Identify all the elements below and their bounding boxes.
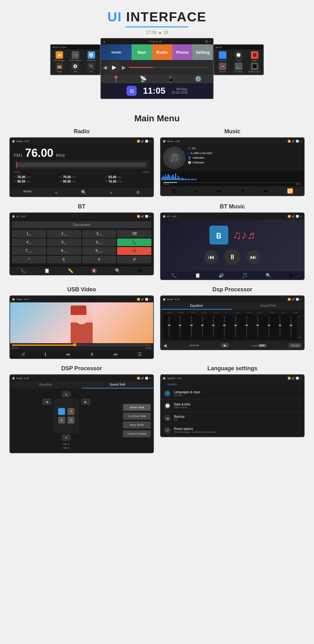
lang-item-1[interactable]: 🕐 Date & time GMT+00:00 xyxy=(161,400,304,412)
icon-dvr-selector[interactable]: 📹 DVR Selector xyxy=(68,51,83,61)
num-call-red[interactable]: 📵 xyxy=(117,247,151,255)
lang-item-2[interactable]: ☁ Backup Off xyxy=(161,412,304,424)
arrow-down-btn[interactable]: ▼ xyxy=(62,434,71,441)
icon-dvd[interactable]: 💿 DVD xyxy=(68,63,83,73)
eq-slider-4[interactable]: 0 xyxy=(213,316,214,338)
apps-icon[interactable]: ⊞ xyxy=(127,86,137,96)
video-progress-bar[interactable] xyxy=(12,344,151,346)
eq-slider-2[interactable]: 0 xyxy=(191,316,192,338)
icon-file-manager[interactable]: 📁 File Manager xyxy=(52,51,67,61)
dsp-play-btn[interactable]: ▶ xyxy=(221,343,229,348)
loud-toggle-btn[interactable]: OFF xyxy=(258,344,266,347)
music-prev-btn[interactable]: ⏮ xyxy=(217,188,222,194)
icon-navigation[interactable]: 🧭 Navigation xyxy=(84,51,99,61)
num-hash[interactable]: # xyxy=(82,256,116,263)
btmusic-vol-btn[interactable]: 🎵 xyxy=(242,273,247,278)
lang-item-0[interactable]: 🌐 Languages & input Gboard xyxy=(161,388,304,400)
video-prev-btn[interactable]: ⏮ xyxy=(66,352,70,357)
btmusic-call-btn[interactable]: 📞 xyxy=(171,273,177,278)
eq-slider-1[interactable]: 0 xyxy=(180,316,181,338)
music-repeat-btn[interactable]: 🔁 xyxy=(287,188,293,194)
lang-item-3[interactable]: ↺ Reset options Network, apps, or device… xyxy=(161,424,304,437)
tab-equalizer[interactable]: Equalizer xyxy=(161,302,232,310)
arrow-right-btn[interactable]: ▶ xyxy=(81,399,90,405)
eq-slider-0[interactable]: 0 xyxy=(169,316,170,338)
num-2[interactable]: 2ABC xyxy=(47,230,81,238)
music-next-btn[interactable]: ⏭ xyxy=(263,188,268,194)
music-list-btn[interactable]: ☰ xyxy=(171,188,176,194)
bt-settings-btn[interactable]: ⚙ xyxy=(138,268,143,273)
bt-mute-btn[interactable]: 🔇 xyxy=(91,268,97,273)
video-play-btn[interactable]: ⏸ xyxy=(90,352,94,357)
btmusic-prev-btn[interactable]: ⏮ xyxy=(204,250,218,264)
bt-contacts-btn[interactable]: 📋 xyxy=(44,268,50,273)
eq-slider-5[interactable]: 0 xyxy=(224,316,225,338)
driver-seat-btn[interactable]: Driver Seat xyxy=(123,404,151,411)
bt-edit-btn[interactable]: ✏️ xyxy=(68,268,73,273)
radio-search-btn[interactable]: 🔍 xyxy=(81,190,86,195)
tab-setting[interactable]: Setting xyxy=(192,44,213,60)
eq-slider-7[interactable]: 0 xyxy=(246,316,247,338)
seat-driver[interactable]: 🪑 xyxy=(58,408,65,415)
eq-slider-10[interactable]: 0 xyxy=(279,316,280,338)
icon-chrome[interactable]: 🌐 Chrome xyxy=(215,51,230,61)
icon-aux[interactable]: 🔌 AUX xyxy=(84,63,99,73)
dsp-prev-btn[interactable]: ◀ xyxy=(163,343,167,348)
icon-car-info[interactable]: 🚗 Car Info xyxy=(215,63,230,73)
eq-slider-3[interactable]: 0 xyxy=(202,316,203,338)
seat-rear-right[interactable]: 🪑 xyxy=(68,417,74,424)
bt-disconnect-btn[interactable]: Disconnect xyxy=(12,221,151,228)
radio-settings-btn[interactable]: ⚙ xyxy=(136,190,140,195)
bt-search-btn[interactable]: 🔍 xyxy=(115,268,120,273)
centre-position-btn[interactable]: Centre Position xyxy=(123,430,151,437)
btmusic-search-btn[interactable]: 🔍 xyxy=(266,273,271,278)
num-0[interactable]: 0+ xyxy=(47,256,81,263)
tab-navi[interactable]: Navi xyxy=(132,44,152,60)
num-9[interactable]: 9WXYZ xyxy=(82,247,116,255)
btmusic-settings-btn[interactable]: ⚙ xyxy=(289,273,293,278)
num-1[interactable]: 1GHI xyxy=(12,230,46,238)
seat-rear-left[interactable]: 🪑 xyxy=(58,417,65,424)
eq-slider-8[interactable]: 0 xyxy=(257,316,258,338)
codriver-seat-btn[interactable]: Co-driver Seat xyxy=(123,413,151,420)
tab2-equalizer[interactable]: Equalizer xyxy=(10,381,82,388)
video-repeat-btn[interactable]: ↺ xyxy=(21,352,25,357)
music-play-btn[interactable]: ⏸ xyxy=(240,188,245,194)
tab-sound-field[interactable]: Sound field xyxy=(232,302,304,310)
tab-phone[interactable]: Phone xyxy=(172,44,193,60)
eq-slider-9[interactable]: 0 xyxy=(268,316,269,338)
rear-mode-btn[interactable]: Rear Mode xyxy=(123,421,151,428)
radio-prev-btn[interactable]: « xyxy=(55,190,57,195)
icon-clock[interactable]: 🕐 Clock xyxy=(231,51,246,61)
video-info-btn[interactable]: ℹ xyxy=(45,352,46,357)
eq-slider-11[interactable]: 0 xyxy=(290,316,291,338)
bt-call-btn[interactable]: 📞 xyxy=(21,268,26,273)
num-4[interactable]: 4GHI xyxy=(12,239,46,246)
video-list-btn[interactable]: ☰ xyxy=(138,352,142,357)
num-3[interactable]: 3DEF xyxy=(82,230,116,238)
tab-radio[interactable]: Radio xyxy=(152,44,172,60)
tab2-sound-field[interactable]: Sound field xyxy=(82,381,153,388)
btmusic-next-btn[interactable]: ⏭ xyxy=(246,250,260,264)
tab-music[interactable]: music xyxy=(101,44,132,60)
btmusic-mute-btn[interactable]: 🔊 xyxy=(219,273,224,278)
music-shuffle-btn[interactable]: ⇄ xyxy=(194,188,198,194)
btmusic-play-btn[interactable]: ⏸ xyxy=(225,249,240,265)
icon-radio[interactable]: 📻 Radio xyxy=(52,63,67,73)
num-8[interactable]: 8TUV xyxy=(47,247,81,255)
eq-slider-6[interactable]: 0 xyxy=(235,316,236,338)
num-5[interactable]: 5JKL xyxy=(47,239,81,246)
arrow-left-btn[interactable]: ◀ xyxy=(42,399,51,405)
icon-parking-assist[interactable]: 🅿 Parking assist xyxy=(247,63,262,73)
music-progress[interactable] xyxy=(163,182,301,183)
num-del[interactable]: ⌫ xyxy=(117,230,151,238)
num-call-green[interactable]: 📞 xyxy=(117,239,151,246)
video-next-btn[interactable]: ⏭ xyxy=(114,352,118,357)
num-6[interactable]: 6MNO xyxy=(82,239,116,246)
dsp-reset-btn[interactable]: Reset xyxy=(289,343,301,348)
icon-gallery[interactable]: 🖼 Gallery xyxy=(247,51,262,61)
radio-next-btn[interactable]: » xyxy=(110,190,112,195)
seat-codriver[interactable]: 🪑 xyxy=(68,408,74,415)
num-redial[interactable]: ↺ xyxy=(117,256,151,263)
btmusic-contacts-btn[interactable]: 📋 xyxy=(195,273,200,278)
